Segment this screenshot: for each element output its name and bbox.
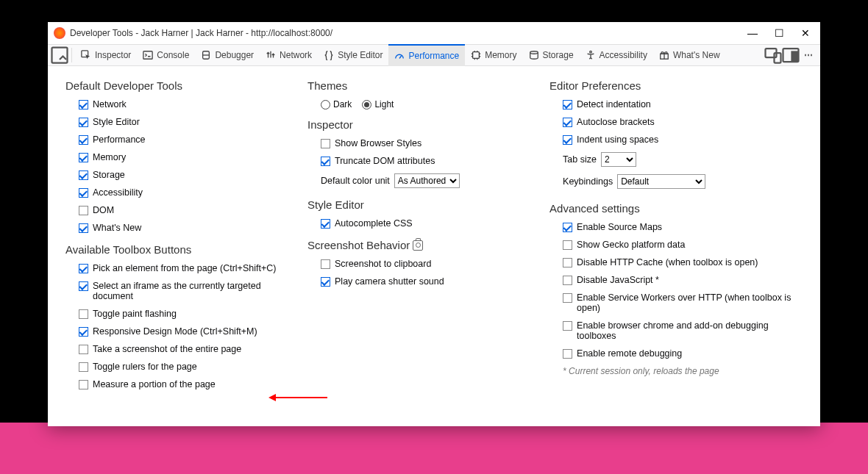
tab-memory[interactable]: Memory	[465, 44, 522, 66]
toolbox-button-row: Responsive Design Mode (Ctrl+Shift+M)	[79, 326, 293, 337]
default-tool-checkbox[interactable]	[79, 100, 88, 109]
dock-mode-button[interactable]	[782, 46, 800, 64]
theme-light-radio[interactable]	[362, 100, 371, 109]
default-tool-checkbox[interactable]	[79, 135, 88, 145]
default-tool-checkbox[interactable]	[79, 206, 88, 215]
svg-rect-4	[473, 52, 480, 59]
keybindings-select[interactable]: Default	[617, 174, 705, 189]
keybindings-label: Keybindings	[563, 176, 613, 187]
color-unit-label: Default color unit	[321, 176, 390, 186]
advanced-opt-row: Show Gecko platform data	[563, 240, 800, 250]
window-title: Developer Tools - Jack Harner | Jack Har…	[70, 28, 747, 38]
toolbox-button-checkbox[interactable]	[79, 309, 88, 319]
toolbox-button-checkbox[interactable]	[79, 345, 88, 354]
editor-opt-row: Autoclose brackets	[563, 117, 800, 127]
inspector-icon	[81, 50, 91, 60]
tab-network[interactable]: Network	[260, 44, 318, 66]
editor-opt-checkbox[interactable]	[563, 135, 572, 145]
inspector-opt-checkbox[interactable]	[321, 157, 330, 166]
toolbox-button-checkbox[interactable]	[79, 264, 88, 273]
default-tool-label: Storage	[93, 170, 125, 180]
style-editor-heading: Style Editor	[307, 198, 535, 211]
screenshot-opt-label: Play camera shutter sound	[335, 276, 444, 287]
theme-dark-radio[interactable]	[321, 100, 330, 109]
toolbox-button-checkbox[interactable]	[79, 362, 88, 372]
editor-opt-row: Indent using spaces	[563, 134, 800, 145]
tab-inspector[interactable]: Inspector	[75, 44, 137, 66]
tab-label: Style Editor	[338, 50, 383, 60]
advanced-heading: Advanced settings	[549, 202, 800, 215]
svg-rect-0	[52, 48, 68, 63]
screenshot-opt-checkbox[interactable]	[321, 259, 330, 269]
advanced-opt-checkbox[interactable]	[563, 223, 572, 232]
advanced-opt-checkbox[interactable]	[563, 276, 572, 285]
default-tool-row: Network	[79, 99, 293, 109]
color-unit-select[interactable]: As Authored	[394, 173, 460, 188]
screenshot-opt-row: Play camera shutter sound	[321, 276, 535, 287]
maximize-button[interactable]: ☐	[773, 27, 785, 39]
advanced-opt-checkbox[interactable]	[563, 321, 572, 331]
close-button[interactable]: ✕	[800, 27, 811, 39]
editor-opt-label: Detect indentation	[577, 99, 651, 109]
advanced-opt-row: Enable Source Maps	[563, 222, 800, 232]
advanced-opt-row: Enable browser chrome and add-on debuggi…	[563, 320, 800, 341]
default-tool-checkbox[interactable]	[79, 170, 88, 180]
tab-console[interactable]: Console	[137, 44, 195, 66]
kebab-button[interactable]: ⋯	[800, 46, 817, 64]
styleeditor-opt-row: Autocomplete CSS	[321, 218, 535, 229]
inspector-opt-checkbox[interactable]	[321, 139, 330, 148]
tab-whats-new[interactable]: What's New	[653, 44, 726, 66]
toolbox-button-checkbox[interactable]	[79, 327, 88, 337]
default-tool-checkbox[interactable]	[79, 153, 88, 162]
tab-performance[interactable]: Performance	[388, 44, 465, 66]
advanced-opt-checkbox[interactable]	[563, 240, 572, 250]
default-tool-checkbox[interactable]	[79, 188, 88, 198]
default-tool-row: Style Editor	[79, 117, 293, 127]
toolbox-button-checkbox[interactable]	[79, 281, 88, 291]
tab-size-select[interactable]: 2	[601, 152, 636, 167]
default-tool-label: Accessibility	[93, 187, 143, 198]
editor-opt-checkbox[interactable]	[563, 118, 572, 127]
svg-rect-11	[792, 52, 798, 61]
camera-icon	[413, 240, 423, 251]
advanced-opt-label: Enable remote debugging	[577, 348, 682, 359]
tab-style-editor[interactable]: Style Editor	[318, 44, 388, 66]
memory-icon	[471, 50, 481, 60]
tab-label: Storage	[543, 50, 574, 60]
toolbox-button-label: Responsive Design Mode (Ctrl+Shift+M)	[93, 326, 257, 337]
style-editor-icon	[324, 50, 334, 60]
styleeditor-opt-checkbox[interactable]	[321, 219, 330, 229]
accessibility-icon	[586, 50, 596, 60]
toolbox-button-label: Measure a portion of the page	[93, 379, 216, 389]
responsive-mode-button[interactable]	[764, 46, 782, 64]
default-tool-checkbox[interactable]	[79, 118, 88, 127]
inspector-opt-row: Truncate DOM attributes	[321, 156, 535, 166]
storage-icon	[529, 50, 539, 60]
default-tool-checkbox[interactable]	[79, 223, 88, 233]
advanced-opt-checkbox[interactable]	[563, 349, 572, 359]
toolbox-button-row: Toggle paint flashing	[79, 309, 293, 319]
toolbox-button-checkbox[interactable]	[79, 380, 88, 389]
inspector-opt-row: Show Browser Styles	[321, 138, 535, 148]
tab-accessibility[interactable]: Accessibility	[580, 44, 653, 66]
advanced-opt-checkbox[interactable]	[563, 293, 572, 303]
minimize-button[interactable]: —	[747, 27, 758, 39]
tab-label: Accessibility	[600, 50, 647, 60]
advanced-opt-row: Enable Service Workers over HTTP (when t…	[563, 292, 800, 313]
editor-opt-checkbox[interactable]	[563, 100, 572, 109]
toolbox-buttons-heading: Available Toolbox Buttons	[65, 243, 293, 256]
toolbox-button-row: Take a screenshot of the entire page	[79, 344, 293, 354]
advanced-opt-row: Disable JavaScript *	[563, 275, 800, 285]
toolbox-button-label: Toggle rulers for the page	[93, 362, 197, 372]
devtools-window: Developer Tools - Jack Harner | Jack Har…	[48, 22, 820, 426]
tab-debugger[interactable]: Debugger	[195, 44, 260, 66]
toolbox-button-row: Select an iframe as the currently target…	[79, 281, 293, 301]
tab-size-label: Tab size	[563, 154, 597, 165]
editor-opt-row: Detect indentation	[563, 99, 800, 109]
screenshot-opt-checkbox[interactable]	[321, 277, 330, 287]
iframe-picker-icon[interactable]	[51, 46, 68, 64]
advanced-opt-checkbox[interactable]	[563, 258, 572, 267]
tab-storage[interactable]: Storage	[523, 44, 580, 66]
footnote: * Current session only, reloads the page	[563, 366, 800, 376]
default-tool-label: Network	[93, 99, 127, 109]
